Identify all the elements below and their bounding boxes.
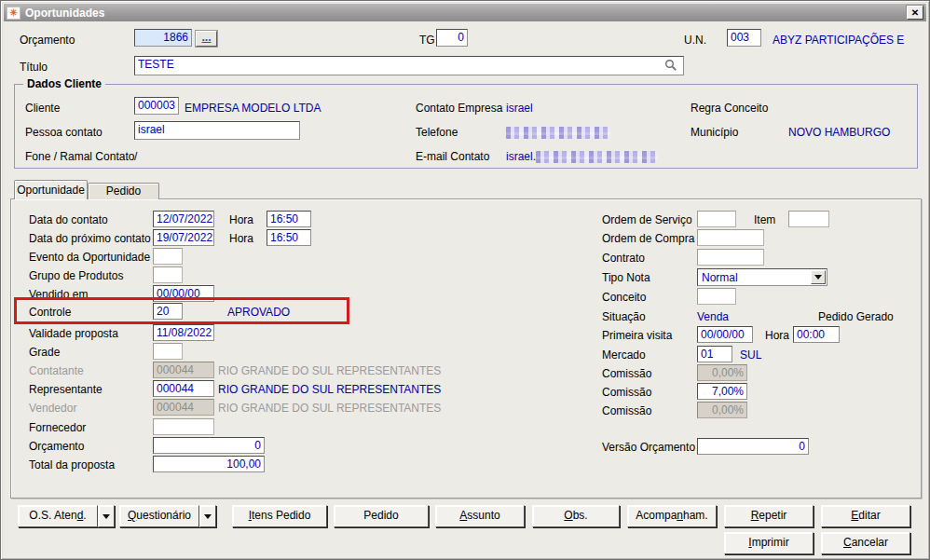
questionario-dropdown-button[interactable] — [199, 505, 216, 527]
grade-label: Grade — [29, 346, 60, 359]
fone-ramal-label: Fone / Ramal Contato — [25, 150, 134, 163]
orcamento2-input[interactable]: 0 — [153, 437, 265, 454]
tab-pedido[interactable]: Pedido — [88, 183, 159, 199]
conceito-input[interactable] — [697, 288, 736, 305]
item-input[interactable] — [788, 211, 829, 227]
municipio-label: Município — [691, 126, 738, 139]
tg-label: TG — [419, 34, 435, 47]
imprimir-button[interactable]: Imprimir — [724, 532, 814, 554]
email-redacted-part — [536, 151, 658, 163]
pessoa-contato-input[interactable]: israel — [134, 121, 300, 140]
primeira-visita-label: Primeira visita — [602, 329, 672, 342]
telefone-label: Telefone — [416, 126, 458, 139]
comissao3-label: Comissão — [602, 404, 651, 417]
oportunidades-window: ✳ Oportunidades ✕ Orçamento 1866 ... TG … — [0, 0, 930, 560]
chevron-down-icon — [814, 275, 822, 280]
total-proposta-input[interactable]: 100,00 — [153, 456, 265, 472]
app-icon: ✳ — [7, 7, 21, 20]
visita-hora-label: Hora — [765, 329, 789, 342]
pedido-button[interactable]: Pedido — [334, 505, 429, 527]
obs-button[interactable]: Obs. — [532, 505, 620, 527]
tab-oportunidade[interactable]: Oportunidade — [14, 180, 88, 199]
grupo-produtos-input[interactable] — [153, 266, 183, 283]
contato-empresa-label: Contato Empresa — [416, 102, 502, 115]
versao-orcamento-label: Versão Orçamento — [602, 441, 695, 454]
tg-input[interactable]: 0 — [436, 29, 468, 47]
email-contato-label: E-mail Contato — [416, 150, 489, 163]
contrato-input[interactable] — [697, 249, 764, 266]
un-name-text: ABYZ PARTICIPAÇÕES E — [773, 34, 904, 47]
contatante-input: 000044 — [153, 362, 214, 378]
controle-input[interactable]: 20 — [153, 303, 183, 320]
comissao1-label: Comissão — [602, 367, 651, 380]
ordem-servico-input[interactable] — [697, 211, 736, 227]
vendedor-input: 000044 — [153, 399, 214, 416]
hora2-label: Hora — [229, 232, 253, 245]
data-proximo-label: Data do próximo contato — [29, 232, 151, 245]
situacao-label: Situação — [602, 310, 646, 323]
grupo-produtos-label: Grupo de Produtos — [29, 269, 123, 282]
dados-cliente-legend: Dados Cliente — [23, 77, 105, 90]
ordem-compra-input[interactable] — [697, 229, 764, 246]
titulo-label: Título — [20, 61, 48, 74]
municipio-value: NOVO HAMBURGO — [788, 126, 890, 139]
vendedor-label: Vendedor — [29, 402, 76, 415]
chevron-down-icon — [103, 514, 110, 519]
orcamento-input[interactable]: 1866 — [134, 29, 192, 47]
mercado-input[interactable]: 01 — [697, 346, 732, 362]
comissao2-input[interactable]: 7,00% — [697, 383, 747, 400]
acompanham-button[interactable]: Acompanham. — [627, 505, 717, 527]
item-label: Item — [754, 213, 775, 226]
os-atend-dropdown-button[interactable] — [98, 505, 115, 527]
itens-pedido-button[interactable]: Itens Pedido — [232, 505, 327, 527]
tipo-nota-dropdown-button[interactable] — [811, 270, 826, 284]
title-bar: ✳ Oportunidades ✕ — [4, 4, 926, 21]
editar-button[interactable]: Editar — [821, 505, 910, 527]
hora2-input[interactable]: 16:50 — [267, 229, 311, 246]
ordem-servico-label: Ordem de Serviço — [602, 213, 692, 226]
tipo-nota-select[interactable]: Normal — [697, 268, 827, 286]
titulo-input[interactable]: TESTE — [134, 56, 684, 75]
close-button[interactable]: ✕ — [907, 6, 923, 20]
versao-orcamento-input[interactable]: 0 — [697, 438, 809, 455]
representante-input[interactable]: 000044 — [153, 380, 214, 397]
evento-input[interactable] — [153, 248, 183, 265]
primeira-visita-input[interactable]: 00/00/00 — [697, 326, 753, 343]
conceito-label: Conceito — [602, 291, 646, 304]
validade-input[interactable]: 11/08/2022 — [153, 324, 214, 341]
data-proximo-input[interactable]: 19/07/2022 — [153, 229, 214, 246]
fone-ramal-value: / — [134, 150, 137, 163]
cliente-label: Cliente — [25, 102, 60, 115]
comissao3-input: 0,00% — [697, 402, 747, 418]
cancelar-button[interactable]: Cancelar — [821, 532, 910, 554]
contato-empresa-value: israel — [506, 102, 533, 115]
telefone-redacted-value — [506, 127, 610, 139]
cliente-name-text: EMPRESA MODELO LTDA — [185, 102, 321, 115]
mercado-label: Mercado — [602, 348, 646, 362]
assunto-button[interactable]: Assunto — [435, 505, 525, 527]
os-atend-button[interactable]: O.S. Atend. — [18, 505, 98, 527]
vendido-em-input[interactable]: 00/00/00 — [153, 285, 214, 302]
hora1-label: Hora — [229, 213, 253, 226]
questionario-button[interactable]: Questionário — [119, 505, 199, 527]
cliente-code-input[interactable]: 000003 — [134, 97, 179, 115]
evento-label: Evento da Oportunidade — [29, 251, 150, 264]
vendido-em-label: Vendido em — [29, 288, 88, 301]
un-input[interactable]: 003 — [727, 29, 761, 47]
grade-input[interactable] — [153, 343, 183, 360]
repetir-button[interactable]: Repetir — [724, 505, 814, 527]
pessoa-contato-label: Pessoa contato — [25, 126, 103, 139]
pedido-gerado-label: Pedido Gerado — [818, 310, 894, 323]
controle-status-text: APROVADO — [227, 306, 290, 319]
search-icon[interactable] — [664, 59, 677, 72]
visita-hora-input[interactable]: 00:00 — [793, 326, 840, 343]
fornecedor-input[interactable] — [153, 418, 214, 435]
contatante-label: Contatante — [29, 364, 84, 377]
validade-label: Validade proposta — [29, 327, 118, 340]
data-contato-input[interactable]: 12/07/2022 — [153, 211, 214, 227]
comissao2-label: Comissão — [602, 386, 651, 399]
hora1-input[interactable]: 16:50 — [267, 211, 311, 227]
orcamento-browse-button[interactable]: ... — [196, 31, 217, 47]
vendedor-name-text: RIO GRANDE DO SUL REPRESENTANTES — [218, 402, 441, 415]
representante-name-text: RIO GRANDE DO SUL REPRESENTANTES — [218, 383, 441, 396]
